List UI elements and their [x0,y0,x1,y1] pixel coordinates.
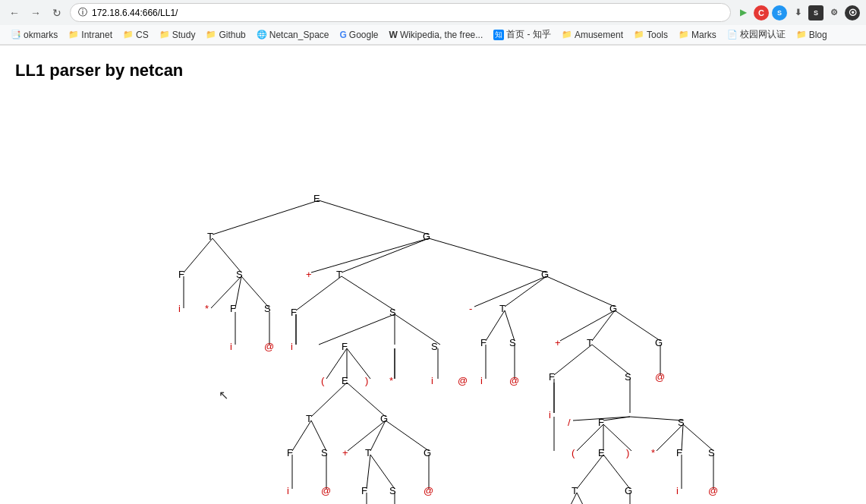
node-i-4: i [287,485,289,496]
node-G-6: G [655,337,663,348]
node-i-2: i [230,341,232,352]
node-F-2: F [230,303,236,314]
node-G-3: G [380,413,388,424]
node-star-2: * [389,375,393,386]
node-G-1: G [423,231,430,242]
bookmark-wikipedia[interactable]: W Wikipedia, the free... [385,28,488,42]
address-bar[interactable]: ⓘ 172.18.6.44:666/LL1/ [70,3,731,22]
svg-line-29 [348,421,386,451]
bookmark-zhihu[interactable]: 知 首页 - 知乎 [489,27,556,43]
svg-line-47 [560,310,615,341]
node-F-9: F [549,371,555,383]
node-at-1: @ [264,341,274,352]
svg-line-3 [213,238,241,272]
bookmark-campus[interactable]: 📄 校园网认证 [723,27,790,43]
node-E-3: E [598,447,605,458]
node-rparen-2: ) [626,447,629,458]
node-T-3: T [306,413,312,424]
bookmark-google[interactable]: G Google [335,28,383,42]
ext-icon-2[interactable]: C [754,5,769,20]
svg-line-19 [395,314,440,345]
node-at-s4: @ [458,375,468,386]
address-bar-row: ← → ↻ ⓘ 172.18.6.44:666/LL1/ ▶ C S ⬇ S ⚙… [0,0,866,25]
page-title: LL1 parser by netcan [15,61,851,80]
node-F-11: F [676,447,682,458]
ext-icon-7[interactable]: ⦿ [845,5,860,20]
node-S-6: S [389,485,396,496]
node-F-3: F [291,307,297,318]
node-plus-3: + [555,337,561,348]
bookmark-bookmarks[interactable]: 📑 okmarks [6,28,62,42]
node-F-10: F [598,417,604,428]
node-i-1: i [178,303,181,314]
cursor: ↖ [219,388,228,402]
svg-line-44 [505,310,515,341]
bookmark-github[interactable]: 📁 Github [201,28,250,42]
svg-line-22 [347,348,370,379]
node-F-6: F [287,447,293,458]
svg-line-33 [370,455,395,489]
node-minus-1: - [469,303,472,314]
svg-line-20 [326,348,347,379]
bookmark-netcan[interactable]: 🌐 Netcan_Space [252,28,334,42]
node-F-4: F [342,341,348,352]
node-T-1: T [207,231,213,242]
forward-button[interactable]: → [27,5,44,21]
bookmark-marks[interactable]: 📁 Marks [674,28,721,42]
node-G-7: G [625,485,632,496]
svg-line-48 [592,310,615,341]
svg-line-25 [292,421,311,451]
ext-icon-3[interactable]: S [772,5,787,20]
node-i-s4: i [431,375,433,386]
url-text: 172.18.6.44:666/LL1/ [92,8,178,18]
bookmark-cs[interactable]: 📁 CS [118,28,153,42]
svg-line-59 [630,417,683,421]
node-S-10: S [708,447,715,458]
node-lparen-1: ( [321,375,324,386]
node-E-root: E [313,193,320,204]
svg-line-11 [342,238,429,272]
bookmark-study[interactable]: 📁 Study [155,28,200,42]
svg-line-51 [592,345,630,375]
ext-icon-1[interactable]: ▶ [735,5,751,20]
bookmarks-bar: 📑 okmarks 📁 Intranet 📁 CS 📁 Study 📁 Gith… [0,25,866,45]
node-i-7: i [549,409,551,421]
node-i-3: i [291,341,293,352]
node-F-1: F [178,269,184,280]
svg-line-17 [319,314,395,345]
back-button[interactable]: ← [6,5,23,21]
bookmark-tools[interactable]: 📁 Tools [629,28,672,42]
ext-icon-6[interactable]: ⚙ [827,5,842,20]
browser-chrome: ← → ↻ ⓘ 172.18.6.44:666/LL1/ ▶ C S ⬇ S ⚙… [0,0,866,46]
bookmark-amusement[interactable]: 📁 Amusement [557,28,628,42]
node-E-2: E [342,375,348,386]
node-i-6: i [480,375,483,386]
svg-line-58 [603,417,630,421]
svg-line-24 [347,383,386,417]
node-rparen-1: ) [365,375,368,386]
node-S-5: S [321,447,328,458]
bookmark-intranet[interactable]: 📁 Intranet [64,28,117,42]
svg-line-68 [577,455,603,489]
node-at-4: @ [509,375,519,386]
node-i-8: i [676,485,679,496]
tree-svg [15,96,851,504]
node-T-4: T [365,447,371,458]
node-S-8: S [625,371,631,383]
ext-icon-5[interactable]: S [808,5,823,20]
lock-icon: ⓘ [78,6,87,19]
svg-line-23 [311,383,347,417]
svg-line-26 [311,421,326,451]
svg-line-50 [554,345,592,375]
svg-line-1 [319,200,429,235]
node-F-7: F [361,485,367,496]
refresh-button[interactable]: ↻ [49,5,65,21]
svg-line-2 [184,238,213,272]
node-S-2: S [264,303,271,314]
bookmark-blog[interactable]: 📁 Blog [792,28,832,42]
extension-icons: ▶ C S ⬇ S ⚙ ⦿ [735,5,860,20]
node-G-4: G [424,447,431,458]
ext-icon-4[interactable]: ⬇ [790,5,805,20]
svg-line-40 [474,276,546,307]
node-at-g4: @ [424,485,433,496]
